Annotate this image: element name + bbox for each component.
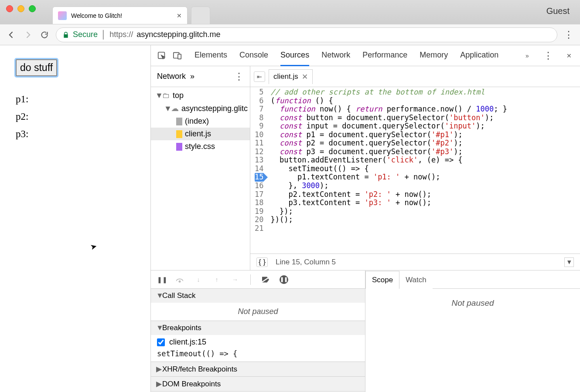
editor-tab-label: client.js [273,72,298,81]
step-into-icon: ↓ [194,276,203,283]
traffic-light-zoom[interactable] [29,5,36,12]
sources-navigator: Network » ⋮ ▼🗀 top▼☁ asyncstepping.glitc… [151,66,250,270]
tree-file-2[interactable]: style.css [151,140,250,153]
nav-forward-icon [23,30,33,40]
tab-title: Welcome to Glitch! [71,12,122,19]
call-stack-body: Not paused [151,303,365,321]
debugger-toolbar: ❚❚ ↓ ↑ → ❚❚ [151,270,365,289]
device-toggle-icon[interactable] [171,49,184,62]
nav-back-icon[interactable] [6,30,17,40]
scope-tab[interactable]: Scope [365,271,399,289]
traffic-light-close[interactable] [6,5,13,12]
window-titlebar: Welcome to Glitch! ✕ Guest [0,0,580,24]
devtools-tab-network[interactable]: Network [321,45,350,66]
inspect-element-icon[interactable] [155,49,168,62]
lock-icon [62,31,69,38]
editor-status-bar: { } Line 15, Column 5 ▾ [250,253,580,270]
code-editor: ⇤ client.js ✕ 56789101112131415161718192… [250,66,580,270]
editor-tab-close-icon[interactable]: ✕ [302,72,308,81]
devtools-top-bar: ElementsConsoleSourcesNetworkPerformance… [151,45,580,66]
devtools-tab-elements[interactable]: Elements [194,45,227,66]
url-separator: │ [101,30,106,39]
devtools-menu-icon[interactable]: ⋮ [542,49,555,62]
tree-top[interactable]: ▼🗀 top [151,89,250,102]
deactivate-breakpoints-icon[interactable] [261,276,271,283]
toggle-navigator-icon[interactable]: ⇤ [254,71,265,82]
close-tab-icon[interactable]: ✕ [177,12,182,19]
dom-breakpoints-header[interactable]: ▶DOM Breakpoints [151,377,365,391]
glitch-favicon-icon [58,11,67,20]
svg-point-3 [179,280,180,282]
watch-tab[interactable]: Watch [399,271,433,289]
call-stack-header[interactable]: ▼Call Stack [151,289,365,303]
url-scheme: https:// [109,30,133,39]
profile-guest-label[interactable]: Guest [546,6,570,16]
more-tabs-icon[interactable]: » [521,49,534,62]
line-number-gutter[interactable]: 56789101112131415161718192021 [250,87,266,253]
tree-file-0[interactable]: (index) [151,115,250,128]
code-area[interactable]: // add other scripts at the bottom of in… [266,87,512,253]
url-host: asyncstepping.glitch.me [136,30,220,39]
new-tab-button[interactable] [191,7,210,24]
nav-reload-icon[interactable] [39,30,50,40]
step-out-icon: ↑ [212,276,222,283]
page-viewport: do stuff p1: p2: p3: ➤ [0,45,151,392]
pause-resume-icon[interactable]: ❚❚ [157,276,167,283]
breakpoint-snippet: setTimeout(() => { [151,349,365,362]
collapse-bottom-icon[interactable]: ▾ [564,257,574,267]
browser-tab-active[interactable]: Welcome to Glitch! ✕ [52,7,188,24]
p3-text: p3: [16,128,142,140]
devtools-tab-console[interactable]: Console [239,45,268,66]
breakpoints-header[interactable]: ▼Breakpoints [151,321,365,335]
editor-tab-clientjs[interactable]: client.js ✕ [269,69,313,84]
do-stuff-button[interactable]: do stuff [16,59,57,76]
navigator-overflow-icon[interactable]: » [190,72,194,81]
breakpoint-label: client.js:15 [169,338,206,347]
traffic-light-minimize[interactable] [17,5,24,12]
devtools-tab-memory[interactable]: Memory [420,45,448,66]
pretty-print-icon[interactable]: { } [256,257,268,267]
breakpoint-item[interactable]: client.js:15 [151,335,365,349]
pause-on-exceptions-icon[interactable]: ❚❚ [280,275,288,284]
step-over-icon [175,277,185,283]
scope-body: Not paused [365,289,580,392]
browser-toolbar: Secure │ https://asyncstepping.glitch.me… [0,24,580,45]
tree-origin[interactable]: ▼☁ asyncstepping.glitc [151,102,250,115]
devtools-tab-sources[interactable]: Sources [280,45,309,66]
devtools-tab-performance[interactable]: Performance [362,45,407,66]
secure-label: Secure [73,30,98,39]
svg-rect-2 [178,54,181,59]
p1-text: p1: [16,94,142,105]
step-icon: → [230,276,240,283]
tree-file-1[interactable]: client.js [151,128,250,140]
p2-text: p2: [16,111,142,122]
address-bar[interactable]: Secure │ https://asyncstepping.glitch.me [56,27,557,42]
devtools-close-icon[interactable]: ✕ [563,49,576,62]
devtools-panel: ElementsConsoleSourcesNetworkPerformance… [151,45,580,392]
devtools-tab-application[interactable]: Application [460,45,498,66]
breakpoint-checkbox[interactable] [157,338,165,346]
xhr-breakpoints-header[interactable]: ▶XHR/fetch Breakpoints [151,362,365,376]
mouse-cursor-icon: ➤ [89,241,98,252]
cursor-position: Line 15, Column 5 [276,258,336,267]
browser-menu-icon[interactable]: ⋮ [563,30,574,40]
navigator-menu-icon[interactable]: ⋮ [234,71,244,82]
navigator-header[interactable]: Network [157,72,186,81]
